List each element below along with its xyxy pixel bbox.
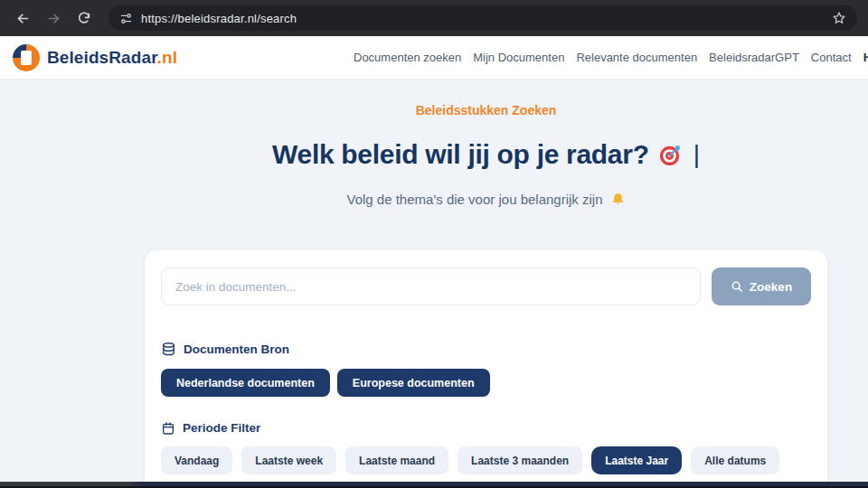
period-option-alle-datums[interactable]: Alle datums [691,446,779,474]
page-title-row: Welk beleid wil jij op je radar? | [0,137,868,172]
period-filter-label-row: Periode Filter [161,420,811,436]
search-card: Zoeken Documenten Bron Nederlandse docum… [145,250,827,482]
url-text[interactable]: https://beleidsradar.nl/search [141,12,297,25]
search-button[interactable]: Zoeken [712,267,811,305]
page-title: Welk beleid wil jij op je radar? [272,139,649,170]
tune-icon[interactable] [119,12,133,25]
page-subtitle: Volg de thema's die voor jou belangrijk … [346,192,602,207]
nav-item-documenten-zoeken[interactable]: Documenten zoeken [354,51,461,64]
main-nav: Documenten zoeken Mijn Documenten Releva… [354,36,868,79]
reload-icon[interactable] [72,6,96,30]
period-option-laatste-week[interactable]: Laatste week [241,446,336,474]
period-option-laatste-3-maanden[interactable]: Laatste 3 maanden [458,446,582,474]
source-filter-label-row: Documenten Bron [161,342,811,357]
period-option-laatste-maand[interactable]: Laatste maand [345,446,448,474]
site-header: BeleidsRadar.nl Documenten zoeken Mijn D… [0,36,868,80]
period-filter-options: Vandaag Laatste week Laatste maand Laats… [161,446,811,474]
database-icon [161,342,176,357]
nav-user-name[interactable]: Heleen H [863,51,868,64]
search-button-label: Zoeken [750,280,792,294]
calendar-icon [161,421,175,436]
brand-name: BeleidsRadar.nl [47,48,177,68]
back-arrow-icon[interactable] [11,6,34,30]
search-input[interactable] [161,267,701,305]
beleidsradar-logo-icon [13,44,40,71]
search-row: Zoeken [161,267,811,305]
eyebrow-label: Beleidsstukken Zoeken [0,80,868,117]
star-icon[interactable] [832,11,846,25]
source-filter-options: Nederlandse documenten Europese document… [161,369,811,397]
brand-tld: .nl [157,48,177,67]
source-option-nederlandse-documenten[interactable]: Nederlandse documenten [161,369,330,397]
nav-item-relevante-documenten[interactable]: Relevante documenten [576,51,697,64]
nav-item-contact[interactable]: Contact [811,51,852,64]
brand-logo[interactable]: BeleidsRadar.nl [13,36,177,79]
period-option-laatste-jaar[interactable]: Laatste Jaar [591,446,682,474]
browser-toolbar: https://beleidsradar.nl/search [0,0,868,36]
source-filter-label: Documenten Bron [184,343,289,356]
source-option-europese-documenten[interactable]: Europese documenten [337,369,490,397]
nav-item-beleidsradargpt[interactable]: BeleidsradarGPT [709,51,799,64]
period-filter-label: Periode Filter [183,421,260,435]
subtitle-row: Volg de thema's die voor jou belangrijk … [0,190,868,209]
period-option-vandaag[interactable]: Vandaag [161,446,232,474]
bell-emoji-icon [610,192,626,207]
typing-cursor: | [693,140,700,169]
nav-item-mijn-documenten[interactable]: Mijn Documenten [473,51,564,64]
page-content: Beleidsstukken Zoeken Welk beleid wil ji… [0,80,868,482]
url-bar[interactable]: https://beleidsradar.nl/search [108,5,857,31]
window-bottom-edge [0,482,868,488]
document-glyph [21,51,32,65]
search-icon [731,280,743,293]
target-dart-emoji-icon [658,143,683,167]
forward-arrow-icon[interactable] [42,6,65,30]
